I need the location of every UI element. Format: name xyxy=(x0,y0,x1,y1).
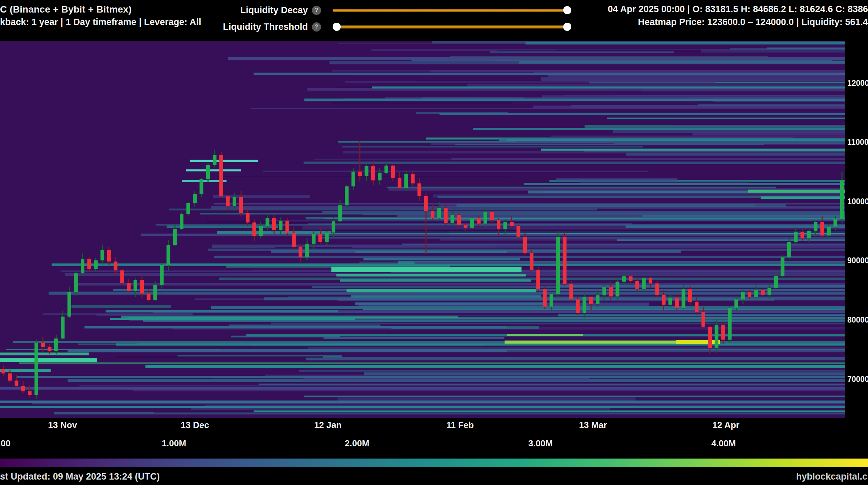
watermark-link[interactable]: hyblockcapital.c xyxy=(796,471,867,482)
colorbar-tick-label: 3.00M xyxy=(528,438,553,449)
date-tick-label: 13 Mar xyxy=(579,420,607,430)
colorbar-tick-label: 1.00M xyxy=(162,438,186,449)
price-tick-label: 80000 xyxy=(847,315,868,325)
last-updated: st Updated: 09 May 2025 13:24 (UTC) xyxy=(0,471,160,482)
date-tick-label: 13 Dec xyxy=(181,420,209,430)
colorbar-tick-label: 00 xyxy=(1,438,11,449)
liquidity-decay-slider[interactable] xyxy=(333,9,567,12)
liquidity-threshold-slider[interactable] xyxy=(333,25,567,28)
liquidity-threshold-row: Liquidity Threshold ? xyxy=(149,21,567,33)
price-tick-label: 90000 xyxy=(847,256,868,265)
date-axis: 13 Nov13 Dec12 Jan11 Feb13 Mar12 Apr xyxy=(0,420,845,433)
header-right: 04 Apr 2025 00:00 | O: 83181.5 H: 84686.… xyxy=(608,4,868,27)
colorbar-tick-label: 4.00M xyxy=(711,438,736,449)
price-axis: 120000110000100000900008000070000 xyxy=(847,41,868,418)
date-tick-label: 11 Feb xyxy=(446,420,474,430)
chart-area[interactable] xyxy=(0,41,845,418)
liquidity-threshold-label: Liquidity Threshold xyxy=(149,22,308,32)
date-tick-label: 13 Nov xyxy=(48,420,77,430)
colorbar-tick-label: 2.00M xyxy=(345,438,369,449)
heatmap-price-liquidity-readout: Heatmap Price: 123600.0 – 124000.0 | Liq… xyxy=(608,17,868,27)
help-icon[interactable]: ? xyxy=(312,6,321,15)
slider-handle[interactable] xyxy=(333,23,341,31)
date-tick-label: 12 Jan xyxy=(314,420,342,430)
slider-handle[interactable] xyxy=(563,23,571,31)
date-tick-label: 12 Apr xyxy=(712,420,739,430)
price-tick-label: 70000 xyxy=(847,375,868,384)
heatmap-candlestick-canvas[interactable] xyxy=(0,41,845,418)
price-tick-label: 120000 xyxy=(847,79,868,88)
liquidation-heatmap-app: C (Binance + Bybit + Bitmex) kback: 1 ye… xyxy=(0,0,868,485)
liquidity-decay-label: Liquidity Decay xyxy=(149,5,308,16)
liquidity-colorbar xyxy=(0,459,868,467)
top-bar: C (Binance + Bybit + Bitmex) kback: 1 ye… xyxy=(0,0,868,41)
liquidity-decay-row: Liquidity Decay ? xyxy=(149,4,567,16)
help-icon[interactable]: ? xyxy=(312,22,321,32)
price-tick-label: 110000 xyxy=(847,138,868,147)
price-tick-label: 100000 xyxy=(847,197,868,206)
slider-handle[interactable] xyxy=(563,6,571,14)
crosshair-ohlc-readout: 04 Apr 2025 00:00 | O: 83181.5 H: 84686.… xyxy=(608,4,868,15)
colorbar-scale-labels: 001.00M2.00M3.00M4.00M xyxy=(0,438,868,450)
